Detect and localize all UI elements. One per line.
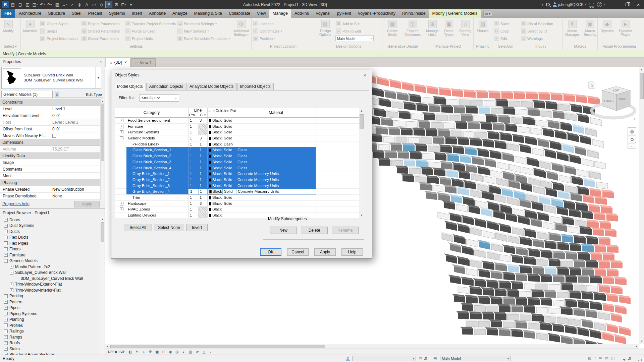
cell-line-pattern[interactable]: Solid [222, 124, 236, 130]
cell-line-color[interactable]: Black [208, 118, 222, 124]
cell-line-color[interactable]: Black [208, 159, 222, 165]
cell-line-projection[interactable]: 1 [189, 206, 198, 213]
cell-line-pattern[interactable]: Solid [222, 195, 236, 201]
cell-material[interactable]: Glass [236, 147, 316, 153]
tree-item-3dm-sublayer-curved-brick-wall[interactable]: 3DM_SubLayer_Curved Brick Wall [0, 276, 99, 282]
property-value[interactable]: 0' 0" [50, 126, 105, 132]
table-row-furniture[interactable]: +Furniture1BlackSolid [115, 124, 359, 130]
cell-line-projection[interactable]: 1 [189, 189, 198, 195]
cell-material[interactable] [236, 129, 316, 135]
apply-button[interactable]: Apply [314, 248, 336, 256]
measure-icon[interactable]: ↔▾ [61, 1, 68, 8]
cell-category[interactable]: Generic Models [126, 135, 189, 141]
cell-material[interactable] [236, 195, 316, 201]
edit-type-button[interactable]: ▦Edit Type [54, 91, 104, 98]
cell-line-pattern[interactable]: Solid [222, 118, 236, 124]
scroll-down-icon[interactable]: ▼ [639, 339, 644, 344]
ribbon-panel-label-selection[interactable]: Selection [492, 44, 519, 50]
cell-category[interactable]: Food Service Equipment [126, 118, 189, 124]
type-selector-dropdown[interactable]: ▼ [95, 67, 101, 88]
ribbon-button-macro-manager[interactable]: §Macro Manager [564, 19, 581, 37]
aligned-dimension-icon[interactable]: ↗ [68, 1, 75, 8]
cell-line-projection[interactable]: 1 [189, 135, 198, 141]
cell-line-projection[interactable]: 1 [189, 171, 198, 177]
worksharing-status-icon[interactable]: ▧ [588, 356, 591, 360]
properties-close-icon[interactable]: × [100, 59, 102, 64]
cell-category[interactable]: Glass Brick_Section_1 [126, 147, 189, 153]
table-row-lighting-devices[interactable]: Lighting Devices1Black [115, 213, 359, 218]
ribbon-button-additional-settings[interactable]: ⚙Additional Settings ▾ [231, 19, 251, 37]
cell-line-pattern[interactable]: Solid [222, 147, 236, 153]
navigation-wheel-icon[interactable]: ◎ [628, 128, 636, 136]
expand-icon[interactable]: + [4, 300, 8, 304]
table-row-gray-brick-section-2[interactable]: Gray Brick_Section_211BlackSolidConcrete… [115, 177, 359, 183]
ribbon-button-macro-security[interactable]: ◉Macro Security [582, 19, 597, 37]
open-icon[interactable]: ▢ [17, 1, 24, 8]
minimize-button[interactable] [610, 0, 621, 9]
properties-help-link[interactable]: Properties help [2, 201, 30, 206]
horizontal-scrollbar[interactable]: ◄ ► [105, 344, 639, 349]
expand-icon[interactable]: + [120, 202, 123, 205]
ribbon-panel-label-select[interactable]: Select ▾ [0, 44, 20, 50]
cell-line-pattern[interactable]: Solid [222, 177, 236, 183]
cell-line-cut[interactable] [198, 213, 208, 218]
tab-analyze[interactable]: Analyze [169, 9, 191, 18]
property-section-constraints[interactable]: Constraints [0, 99, 105, 106]
cell-material[interactable]: Glass [236, 165, 316, 171]
table-row-generic-models[interactable]: −Generic Models13BlackSolid [115, 135, 359, 141]
tree-item-trim-window-exterior-flat[interactable]: +Trim-Window-Exterior-Flat [0, 282, 99, 288]
cell-line-pattern[interactable]: Solid [222, 159, 236, 165]
tree-item-roofs[interactable]: +Roofs [0, 340, 99, 346]
cell-line-projection[interactable]: 1 [189, 165, 198, 171]
select-all-button[interactable]: Select All [124, 224, 152, 231]
table-row-hidden-lines[interactable]: <Hidden Lines>11BlackDash [115, 141, 359, 147]
scroll-up-icon[interactable]: ▲ [100, 217, 105, 222]
ribbon-button-position[interactable]: ◆Position▾ [253, 35, 292, 42]
redo-icon[interactable]: ↷▾ [46, 1, 53, 8]
export-icon[interactable]: ◰▾ [32, 1, 39, 8]
cell-category[interactable]: HVAC Zones [126, 206, 189, 213]
expand-icon[interactable]: + [4, 236, 8, 239]
ribbon-button-create-study[interactable]: ▦Create Study [383, 19, 401, 37]
expand-icon[interactable]: + [120, 207, 123, 211]
cell-line-cut[interactable]: 1 [198, 153, 208, 159]
cell-line-projection[interactable]: 1 [189, 118, 198, 124]
expand-icon[interactable]: + [120, 125, 123, 128]
property-section-phasing[interactable]: Phasing [0, 179, 105, 186]
scroll-thumb[interactable] [640, 73, 644, 99]
view-tab-3d[interactable]: ⌂{3D}× [106, 58, 130, 67]
ribbon-button-mep-settings[interactable]: ~MEP Settings▾ [177, 27, 230, 35]
expand-icon[interactable]: + [10, 283, 13, 286]
tab-modify-generic-models[interactable]: Modify | Generic Models [429, 9, 481, 18]
tab-manage[interactable]: Manage [269, 9, 291, 18]
crop-view-icon[interactable]: ▣ [155, 350, 160, 354]
ribbon-panel-label-inquiry[interactable]: Inquiry [519, 44, 562, 50]
ribbon-display-toggle[interactable]: ▭▾ [483, 11, 492, 16]
cell-category[interactable]: Furniture Systems [126, 129, 189, 135]
section-icon[interactable]: ◇ [98, 1, 105, 8]
ribbon-button-pick-to-edit[interactable]: ↳Pick to Edit [335, 27, 376, 35]
cell-line-color[interactable]: Black [208, 129, 222, 135]
expand-icon[interactable]: + [4, 335, 8, 339]
ribbon-button-purge-unused[interactable]: ▽Purge Unused [125, 27, 176, 35]
ribbon-button-project-units[interactable]: #Project Units [125, 35, 176, 42]
rename-button[interactable]: Rename [332, 227, 359, 234]
tree-item-muntin-pattern-2x2[interactable]: +Muntin Pattern_2x2 [0, 264, 99, 270]
table-row-glass-brick-section-3[interactable]: Glass Brick_Section_311BlackSolidGlass [115, 159, 359, 165]
reveal-hidden-elements-icon[interactable]: ◐ [181, 350, 186, 354]
scroll-right-icon[interactable]: ► [634, 344, 639, 349]
tab-insert[interactable]: Insert [128, 9, 146, 18]
cell-line-cut[interactable] [198, 206, 208, 213]
thin-lines-icon[interactable]: ≣ [105, 1, 112, 8]
zoom-icon[interactable] [628, 136, 636, 144]
cell-line-color[interactable]: Black [208, 153, 222, 159]
tab-pyrevit[interactable]: pyRevit [334, 9, 355, 18]
select-links-toggle-icon[interactable]: ⊞ [599, 356, 602, 360]
editing-requests-icon[interactable]: ▤ [419, 356, 422, 360]
cell-material[interactable] [236, 135, 316, 141]
tree-item-floors[interactable]: +Floors [0, 246, 99, 252]
default-3d-view-icon[interactable]: ⌂▾ [91, 1, 98, 8]
undo-icon[interactable]: ↶▾ [39, 1, 46, 8]
cell-category[interactable]: Hardscape [126, 201, 189, 207]
cell-line-projection[interactable]: 1 [189, 195, 198, 201]
